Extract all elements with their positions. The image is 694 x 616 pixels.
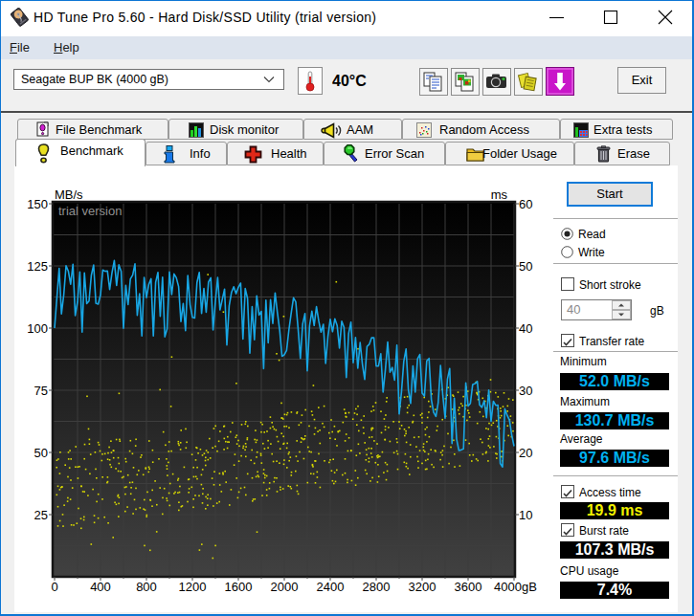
svg-text:trial version: trial version bbox=[58, 204, 122, 218]
